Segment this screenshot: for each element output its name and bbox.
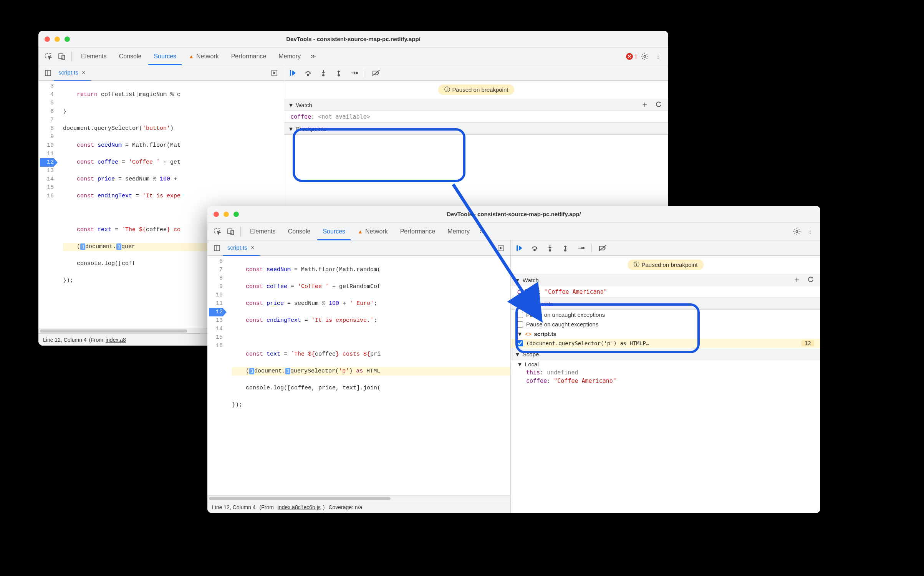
maximize-window-button[interactable] [65, 36, 70, 42]
refresh-watch-icon[interactable] [653, 99, 664, 111]
step-icon[interactable] [576, 243, 585, 253]
scope-section-header[interactable]: ▼ Scope [511, 348, 820, 360]
tab-console[interactable]: Console [114, 48, 147, 65]
kebab-menu-icon[interactable]: ⋮ [652, 51, 664, 62]
watch-label: Watch [296, 102, 312, 108]
step-out-icon[interactable] [334, 68, 343, 78]
breakpoints-label: Breakpoints [523, 301, 553, 307]
chevron-down-icon: ▼ [515, 277, 520, 283]
minimize-window-button[interactable] [224, 212, 229, 217]
minimize-window-button[interactable] [55, 36, 60, 42]
breakpoint-entry[interactable]: (document.querySelector('p') as HTMLP… 1… [511, 339, 820, 348]
deactivate-breakpoints-icon[interactable] [598, 243, 607, 253]
file-tab-label: script.ts [58, 69, 78, 76]
maximize-window-button[interactable] [233, 212, 239, 217]
pause-uncaught-checkbox[interactable]: Pause on uncaught exceptions [511, 310, 820, 319]
status-bar: Line 12, Column 4 (From index.a8c1ec6b.j… [207, 501, 510, 513]
device-toolbar-icon[interactable] [56, 51, 68, 62]
tab-sources[interactable]: Sources [317, 223, 351, 240]
inspect-icon[interactable] [43, 51, 55, 62]
svg-rect-7 [290, 70, 291, 76]
tab-memory[interactable]: Memory [442, 223, 475, 240]
inspect-icon[interactable] [212, 226, 224, 237]
error-count: 1 [634, 53, 638, 60]
watch-section-header[interactable]: ▼ Watch + [511, 274, 820, 286]
svg-point-24 [534, 249, 535, 251]
tab-performance[interactable]: Performance [226, 48, 272, 65]
close-window-button[interactable] [45, 36, 50, 42]
source-file-link[interactable]: index.a8c1ec6b.js [278, 504, 321, 510]
kebab-menu-icon[interactable]: ⋮ [804, 226, 816, 237]
breakpoint-file-row[interactable]: ▼ <> script.ts [511, 329, 820, 339]
step-over-icon[interactable] [303, 68, 313, 78]
watch-entry[interactable]: coffee: "Coffee Americano" [511, 286, 820, 298]
watch-label: Watch [523, 277, 539, 283]
run-snippet-icon[interactable] [495, 242, 507, 254]
step-into-icon[interactable] [545, 243, 555, 253]
tab-sources[interactable]: Sources [148, 48, 182, 65]
watch-section-header[interactable]: ▼ Watch + [284, 99, 668, 111]
tab-elements[interactable]: Elements [245, 223, 281, 240]
tab-performance[interactable]: Performance [395, 223, 441, 240]
more-tabs-icon[interactable]: ≫ [308, 51, 319, 62]
refresh-watch-icon[interactable] [805, 274, 816, 286]
source-file-link[interactable]: index.a8 [106, 337, 126, 343]
tab-network[interactable]: ▲Network [183, 48, 224, 65]
device-toolbar-icon[interactable] [225, 226, 237, 237]
navigator-icon[interactable] [42, 67, 54, 79]
add-watch-icon[interactable]: + [639, 99, 651, 111]
settings-icon[interactable] [639, 51, 651, 62]
chevron-down-icon: ▼ [288, 102, 294, 108]
error-icon: ✕ [626, 53, 633, 60]
error-badge[interactable]: ✕ 1 [626, 53, 638, 60]
step-over-icon[interactable] [530, 243, 539, 253]
settings-icon[interactable] [791, 226, 803, 237]
svg-point-28 [565, 250, 566, 251]
pause-message: ⓘ Paused on breakpoint [628, 260, 704, 270]
tab-memory[interactable]: Memory [273, 48, 306, 65]
file-icon: <> [525, 331, 532, 337]
step-icon[interactable] [349, 68, 359, 78]
breakpoints-section-header[interactable]: ▼ Breakpoints [511, 298, 820, 310]
watch-entry[interactable]: coffee: <not available> [284, 111, 668, 122]
warning-icon: ▲ [358, 228, 363, 235]
scope-local-row[interactable]: ▼ Local [511, 360, 820, 368]
window-title: DevTools - consistent-source-map-pc.netl… [214, 211, 814, 217]
chevron-down-icon: ▼ [515, 351, 520, 358]
file-tab-label: script.ts [227, 244, 247, 251]
svg-rect-4 [45, 70, 51, 76]
scope-this[interactable]: this: undefined [511, 368, 820, 377]
svg-point-19 [796, 230, 798, 232]
resume-icon[interactable] [515, 243, 524, 253]
horizontal-scrollbar[interactable] [207, 495, 510, 501]
tab-network[interactable]: ▲Network [352, 223, 393, 240]
svg-rect-23 [517, 245, 518, 251]
breakpoints-section-header[interactable]: ▼ Breakpoints [284, 122, 668, 135]
svg-point-8 [307, 74, 309, 76]
code-editor[interactable]: 6 7 8 9 10 11 12 13 14 15 16 const seedN… [207, 256, 510, 495]
navigator-icon[interactable] [211, 242, 223, 254]
svg-rect-17 [228, 229, 232, 233]
svg-point-30 [583, 247, 584, 249]
close-file-icon[interactable]: ✕ [81, 70, 86, 76]
svg-point-3 [644, 55, 646, 57]
tab-console[interactable]: Console [283, 223, 316, 240]
chevron-down-icon: ▼ [515, 301, 520, 307]
step-into-icon[interactable] [319, 68, 328, 78]
step-out-icon[interactable] [561, 243, 570, 253]
close-window-button[interactable] [214, 212, 219, 217]
svg-point-26 [549, 250, 551, 251]
titlebar: DevTools - consistent-source-map-pc.netl… [38, 31, 668, 48]
tab-elements[interactable]: Elements [76, 48, 112, 65]
deactivate-breakpoints-icon[interactable] [371, 68, 381, 78]
code-content: const seedNum = Math.floor(Math.random( … [227, 256, 510, 495]
more-tabs-icon[interactable]: ≫ [477, 226, 488, 237]
add-watch-icon[interactable]: + [791, 274, 803, 286]
file-tab[interactable]: script.ts ✕ [54, 65, 91, 81]
pause-caught-checkbox[interactable]: Pause on caught exceptions [511, 319, 820, 329]
close-file-icon[interactable]: ✕ [250, 245, 255, 251]
file-tab[interactable]: script.ts ✕ [223, 240, 260, 256]
scope-coffee[interactable]: coffee: "Coffee Americano" [511, 377, 820, 385]
resume-icon[interactable] [288, 68, 297, 78]
run-snippet-icon[interactable] [268, 67, 280, 79]
